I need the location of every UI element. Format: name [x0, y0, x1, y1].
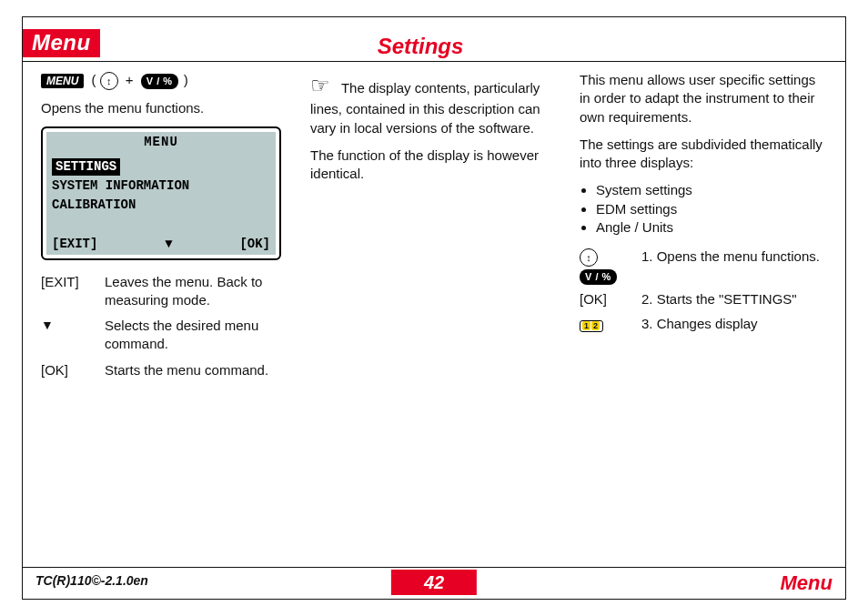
def-ok-term: [OK] — [41, 361, 96, 379]
def-down-term: ▼ — [41, 317, 96, 334]
step-3-text: 3. Changes display — [641, 315, 827, 333]
def-down-desc: Selects the desired menu command. — [105, 317, 288, 354]
pointing-hand-icon: ☞ — [310, 73, 330, 97]
lcd-screen: MENU SETTINGS SYSTEM INFORMATION CALIBRA… — [41, 126, 281, 259]
bullet-item: Angle / Units — [596, 218, 827, 237]
def-ok-desc: Starts the menu command. — [105, 361, 288, 379]
footer-page-number: 42 — [391, 570, 477, 595]
step-2-text: 2. Starts the "SETTINGS" — [641, 290, 827, 308]
section-menu-title: Menu — [23, 29, 100, 57]
page-switch-icon: 12 — [580, 320, 603, 332]
updown-icon: ↕ — [100, 72, 118, 90]
menu-intro: Opens the menu functions. — [41, 99, 288, 117]
footer-doc-id: TC(R)110©-2.1.0en — [35, 573, 148, 588]
column-note: ☞ The display contents, particularly lin… — [310, 71, 558, 567]
step-1-text: 1. Opens the menu functions. — [641, 247, 827, 266]
footer-section: Menu — [781, 571, 833, 595]
note-paragraph-1: The display contents, particularly lines… — [310, 80, 540, 136]
lcd-ok: [OK] — [239, 236, 270, 253]
settings-subhead: The settings are subdivided thematically… — [580, 136, 827, 173]
column-menu: MENU ( ↕ + V / % ) Opens the menu functi… — [41, 71, 288, 567]
shortcut-row: MENU ( ↕ + V / % ) — [41, 71, 288, 90]
settings-intro: This menu allows user specific settings … — [580, 71, 827, 126]
updown-icon: ↕ — [580, 248, 598, 267]
section-settings-title: Settings — [378, 35, 464, 57]
bullet-item: EDM settings — [596, 200, 827, 218]
menu-key-definitions: [EXIT] Leaves the menu. Back to measurin… — [41, 273, 288, 379]
step-ok-term: [OK] — [580, 290, 632, 308]
v-percent-key-icon: V / % — [580, 269, 617, 285]
def-exit-term: [EXIT] — [41, 273, 96, 291]
menu-key-pill: MENU — [41, 74, 84, 88]
lcd-title: MENU — [52, 134, 270, 151]
note-paragraph-2: The function of the display is however i… — [310, 146, 558, 184]
v-percent-key-icon: V / % — [141, 74, 178, 89]
column-settings: This menu allows user specific settings … — [580, 71, 827, 567]
settings-action-steps: ↕ V / % 1. Opens the menu functions. [OK… — [580, 247, 827, 333]
lcd-item: SYSTEM INFORMATION — [52, 177, 270, 195]
settings-bullets: System settings EDM settings Angle / Uni… — [580, 181, 827, 237]
lcd-exit: [EXIT] — [52, 236, 97, 253]
lcd-selected-item: SETTINGS — [52, 158, 120, 176]
def-exit-desc: Leaves the menu. Back to measuring mode. — [105, 273, 288, 310]
bullet-item: System settings — [596, 181, 827, 199]
lcd-item: CALIBRATION — [52, 197, 270, 214]
lcd-arrow-down-icon: ▼ — [165, 236, 172, 253]
